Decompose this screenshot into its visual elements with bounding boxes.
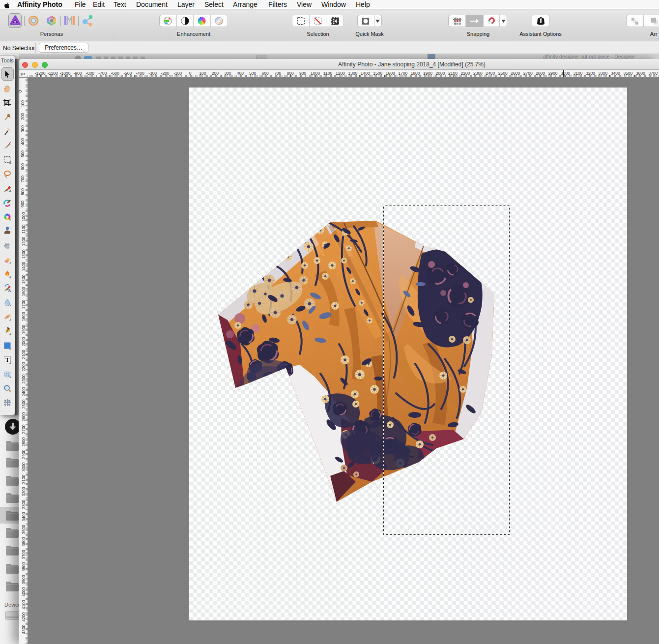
svg-text:T: T: [5, 356, 9, 363]
